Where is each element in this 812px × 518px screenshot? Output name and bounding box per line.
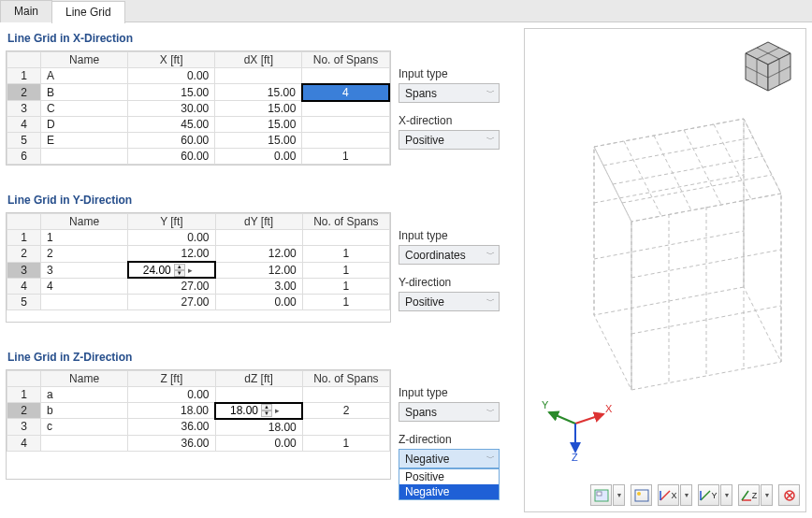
z-direction-label: Z-direction bbox=[399, 433, 511, 446]
grid-preview bbox=[529, 109, 800, 437]
dropdown-option-positive[interactable]: Positive bbox=[399, 469, 499, 484]
col-spans: No. of Spans bbox=[302, 52, 389, 68]
y-direction-select[interactable]: Positive﹀ bbox=[399, 292, 500, 311]
axis-z-label: Z bbox=[572, 452, 578, 461]
y-direction-label: Y-direction bbox=[399, 276, 511, 289]
table-row: 110.00 bbox=[7, 230, 390, 246]
chevron-down-icon: ﹀ bbox=[486, 87, 495, 99]
x-direction-label: X-direction bbox=[399, 114, 511, 127]
table-row: 660.000.001 bbox=[7, 149, 390, 165]
panel-y-title: Line Grid in Y-Direction bbox=[6, 190, 518, 212]
table-row: 33 ▲▼▸ 12.001 bbox=[7, 262, 390, 278]
svg-line-14 bbox=[594, 175, 744, 203]
spinner-down[interactable]: ▼ bbox=[261, 410, 272, 417]
dropdown-option-negative[interactable]: Negative bbox=[399, 484, 499, 499]
table-row: 1a0.00 bbox=[7, 387, 390, 403]
table-row: 436.000.001 bbox=[7, 435, 390, 451]
view-mode-button[interactable] bbox=[590, 484, 612, 506]
panel-x: Line Grid in X-Direction Name X [ft] dX … bbox=[6, 28, 518, 165]
svg-marker-12 bbox=[744, 119, 781, 362]
table-z[interactable]: NameZ [ft]dZ [ft]No. of Spans 1a0.00 2b1… bbox=[7, 370, 390, 452]
table-y[interactable]: NameY [ft]dY [ft]No. of Spans 110.00 221… bbox=[7, 213, 390, 310]
axis-gizmo[interactable]: X Y Z bbox=[538, 396, 613, 461]
spinner-up[interactable]: ▲ bbox=[174, 264, 185, 270]
chevron-down-icon: ﹀ bbox=[486, 453, 495, 465]
panel-z: Line Grid in Z-Direction NameZ [ft]dZ [f… bbox=[6, 347, 518, 480]
svg-line-41 bbox=[742, 491, 748, 500]
tab-main[interactable]: Main bbox=[0, 0, 52, 22]
svg-marker-9 bbox=[594, 119, 781, 222]
svg-point-35 bbox=[637, 492, 641, 496]
table-row: 5E60.0015.00 bbox=[7, 133, 390, 149]
svg-rect-33 bbox=[597, 492, 602, 496]
table-row: 4D45.0015.00 bbox=[7, 117, 390, 133]
svg-line-27 bbox=[613, 156, 762, 184]
panel-x-title: Line Grid in X-Direction bbox=[6, 28, 518, 50]
selected-cell[interactable]: 4 bbox=[302, 84, 389, 101]
svg-line-36 bbox=[660, 491, 670, 500]
axis-z-toggle[interactable]: Z bbox=[738, 484, 760, 506]
chevron-down-icon: ﹀ bbox=[486, 406, 495, 418]
caret-right-icon[interactable]: ▸ bbox=[185, 266, 196, 275]
table-row: 4427.003.001 bbox=[7, 278, 390, 295]
reset-view-button[interactable] bbox=[778, 484, 800, 506]
active-cell[interactable]: ▲▼▸ bbox=[128, 262, 215, 278]
tabs: Main Line Grid bbox=[0, 0, 812, 22]
z-input-type-select[interactable]: Spans﹀ bbox=[399, 402, 500, 422]
panel-z-title: Line Grid in Z-Direction bbox=[6, 347, 518, 369]
z-delta-input[interactable] bbox=[216, 404, 261, 418]
x-input-type-select[interactable]: Spans﹀ bbox=[399, 83, 500, 103]
col-name: Name bbox=[41, 52, 128, 68]
axis-x-toggle[interactable]: X bbox=[658, 484, 679, 506]
svg-line-30 bbox=[549, 412, 575, 424]
svg-line-25 bbox=[714, 124, 751, 199]
table-row: 2B15.0015.004 bbox=[7, 84, 390, 101]
col-x: X [ft] bbox=[128, 52, 215, 68]
svg-line-38 bbox=[701, 491, 710, 500]
table-row: 1A0.00 bbox=[7, 68, 390, 84]
z-input-type-label: Input type bbox=[399, 386, 511, 399]
z-direction-select[interactable]: Negative﹀ bbox=[399, 449, 500, 468]
table-row: 2b18.00 ▲▼▸ 2 bbox=[7, 403, 390, 419]
table-row: 3C30.0015.00 bbox=[7, 101, 390, 117]
axis-y-label: Y bbox=[542, 399, 549, 410]
svg-rect-34 bbox=[635, 490, 648, 501]
panel-y: Line Grid in Y-Direction NameY [ft]dY [f… bbox=[6, 190, 518, 323]
tab-line-grid[interactable]: Line Grid bbox=[51, 1, 125, 23]
viewport[interactable]: X Y Z ▼ X ▼ Y ▼ Z ▼ bbox=[524, 28, 806, 512]
chevron-down-icon: ﹀ bbox=[486, 295, 495, 308]
svg-line-29 bbox=[575, 414, 603, 424]
chevron-down-icon: ﹀ bbox=[486, 134, 495, 146]
view-mode-dropdown[interactable]: ▼ bbox=[613, 484, 625, 506]
svg-line-22 bbox=[624, 141, 661, 216]
y-input-type-select[interactable]: Coordinates﹀ bbox=[399, 245, 500, 265]
x-direction-select[interactable]: Positive﹀ bbox=[399, 130, 500, 150]
table-row: 527.000.001 bbox=[7, 295, 390, 310]
z-direction-dropdown: Positive Negative bbox=[399, 468, 500, 500]
svg-line-26 bbox=[603, 137, 753, 165]
isometric-cube-icon[interactable] bbox=[740, 38, 796, 94]
active-cell[interactable]: ▲▼▸ bbox=[215, 403, 302, 419]
table-row: 3c36.0018.00 bbox=[7, 419, 390, 436]
axis-y-toggle[interactable]: Y bbox=[698, 484, 719, 506]
spinner-up[interactable]: ▲ bbox=[261, 404, 272, 410]
show-grid-button[interactable] bbox=[631, 484, 652, 506]
x-input-type-label: Input type bbox=[399, 67, 511, 80]
viewport-toolbar: ▼ X ▼ Y ▼ Z ▼ bbox=[590, 484, 800, 506]
axis-x-label: X bbox=[605, 403, 613, 414]
chevron-down-icon: ﹀ bbox=[486, 249, 495, 261]
table-x[interactable]: Name X [ft] dX [ft] No. of Spans 1A0.00 … bbox=[7, 51, 390, 165]
y-input-type-label: Input type bbox=[399, 229, 511, 242]
svg-line-24 bbox=[684, 130, 721, 205]
axis-y-dropdown[interactable]: ▼ bbox=[720, 484, 732, 506]
svg-line-28 bbox=[622, 175, 772, 203]
svg-marker-10 bbox=[594, 147, 631, 390]
caret-right-icon[interactable]: ▸ bbox=[272, 406, 283, 415]
spinner-down[interactable]: ▼ bbox=[174, 270, 185, 277]
axis-x-dropdown[interactable]: ▼ bbox=[680, 484, 692, 506]
y-coord-input[interactable] bbox=[129, 263, 174, 277]
col-dx: dX [ft] bbox=[215, 52, 302, 68]
axis-z-dropdown[interactable]: ▼ bbox=[761, 484, 773, 506]
table-row: 2212.0012.001 bbox=[7, 246, 390, 263]
